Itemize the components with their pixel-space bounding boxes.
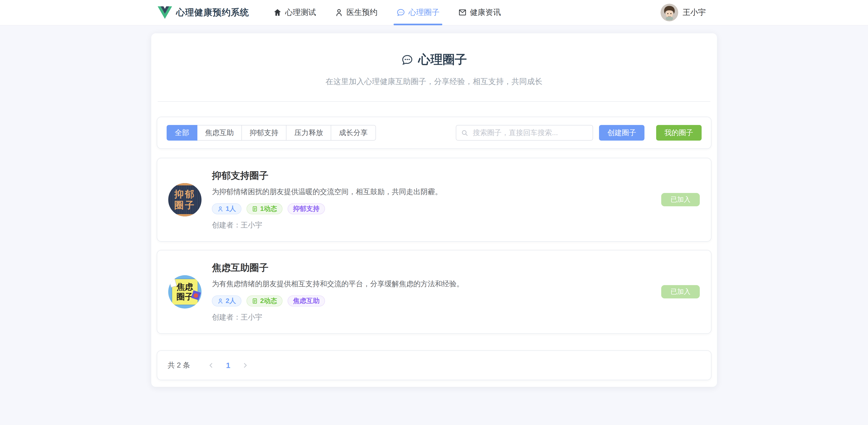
search-input[interactable] (472, 128, 588, 138)
app-title: 心理健康预约系统 (176, 7, 249, 18)
circle-badges: 2人 2动态 焦虑互助 (212, 295, 652, 307)
nav-label: 心理圈子 (408, 7, 439, 18)
members-badge: 1人 (212, 203, 242, 214)
creator-label: 创建者：王小宇 (212, 220, 652, 230)
tab-depression[interactable]: 抑郁支持 (242, 125, 287, 141)
mail-icon (458, 8, 467, 17)
posts-count: 1动态 (260, 204, 277, 214)
circle-avatar-depression: 抑郁 圈子 (168, 183, 202, 217)
posts-badge: 2动态 (247, 295, 283, 307)
members-badge: 2人 (212, 295, 242, 307)
user-menu[interactable]: 王小宇 (660, 4, 706, 21)
circle-name: 抑郁支持圈子 (212, 169, 652, 182)
posts-badge: 1动态 (247, 203, 283, 214)
pager: 1 (205, 361, 252, 370)
chat-bubble-icon (396, 8, 405, 17)
circle-info: 抑郁支持圈子 为抑郁情绪困扰的朋友提供温暖的交流空间，相互鼓励，共同走出阴霾。 … (212, 169, 652, 230)
members-icon (217, 298, 223, 304)
avatar-text-line2: 圈子 (174, 200, 195, 211)
avatar-text-line2: 圈子 (177, 292, 193, 302)
toolbar-actions: 创建圈子 我的圈子 (456, 125, 702, 141)
chevron-left-icon (208, 362, 214, 369)
search-box (456, 125, 593, 141)
circles-page-card: 心理圈子 在这里加入心理健康互助圈子，分享经验，相互支持，共同成长 全部 焦虑互… (151, 33, 717, 387)
nav-item-health-news[interactable]: 健康资讯 (457, 0, 502, 25)
nav-item-psych-test[interactable]: 心理测试 (272, 0, 317, 25)
user-avatar (660, 4, 678, 21)
circle-avatar-anxiety: 焦虑 圈子 (168, 275, 202, 309)
tab-stress[interactable]: 压力释放 (286, 125, 331, 141)
home-icon (273, 8, 282, 17)
creator-label: 创建者：王小宇 (212, 312, 652, 322)
members-count: 2人 (226, 296, 236, 306)
circle-description: 为有焦虑情绪的朋友提供相互支持和交流的平台，分享缓解焦虑的方法和经验。 (212, 279, 652, 289)
pagination-bar: 共 2 条 1 (157, 350, 711, 380)
avatar-text-line1: 焦虑 (177, 282, 193, 292)
my-circles-button[interactable]: 我的圈子 (656, 125, 702, 141)
tab-anxiety[interactable]: 焦虑互助 (197, 125, 242, 141)
create-circle-button[interactable]: 创建圈子 (599, 125, 645, 141)
category-tag: 抑郁支持 (287, 203, 325, 214)
posts-icon (252, 298, 258, 304)
main-content: 心理圈子 在这里加入心理健康互助圈子，分享经验，相互支持，共同成长 全部 焦虑互… (0, 33, 868, 387)
circle-card-anxiety[interactable]: 焦虑 圈子 焦虑互助圈子 为有焦虑情绪的朋友提供相互支持和交流的平台，分享缓解焦… (157, 250, 711, 334)
joined-button[interactable]: 已加入 (661, 285, 700, 299)
nav-item-doctor-booking[interactable]: 医生预约 (334, 0, 378, 25)
avatar-text-line1: 抑郁 (174, 189, 195, 200)
nav-label: 健康资讯 (470, 7, 501, 18)
search-icon (461, 129, 468, 137)
nav-label: 医生预约 (346, 7, 377, 18)
user-name: 王小宇 (683, 7, 706, 18)
top-navbar: 心理健康预约系统 心理测试 医生预约 心理圈子 健康资讯 (0, 0, 868, 26)
category-tag: 焦虑互助 (287, 295, 325, 307)
page-title: 心理圈子 (151, 52, 717, 68)
page-header: 心理圈子 在这里加入心理健康互助圈子，分享经验，相互支持，共同成长 (151, 33, 717, 101)
chat-bubble-title-icon (401, 54, 413, 66)
prev-page-button[interactable] (205, 362, 218, 369)
current-page[interactable]: 1 (226, 361, 230, 370)
circle-name: 焦虑互助圈子 (212, 261, 652, 274)
vue-logo-icon (158, 6, 172, 19)
circle-description: 为抑郁情绪困扰的朋友提供温暖的交流空间，相互鼓励，共同走出阴霾。 (212, 187, 652, 197)
posts-count: 2动态 (260, 296, 277, 306)
joined-button[interactable]: 已加入 (661, 193, 700, 206)
page-title-text: 心理圈子 (418, 52, 467, 68)
brand: 心理健康预约系统 (158, 6, 249, 19)
circle-info: 焦虑互助圈子 为有焦虑情绪的朋友提供相互支持和交流的平台，分享缓解焦虑的方法和经… (212, 261, 652, 322)
category-tabs: 全部 焦虑互助 抑郁支持 压力释放 成长分享 (166, 125, 376, 141)
filter-toolbar: 全部 焦虑互助 抑郁支持 压力释放 成长分享 创建圈子 我的圈子 (157, 117, 711, 149)
page-subtitle: 在这里加入心理健康互助圈子，分享经验，相互支持，共同成长 (151, 76, 717, 87)
circle-badges: 1人 1动态 抑郁支持 (212, 203, 652, 214)
circle-card-depression[interactable]: 抑郁 圈子 抑郁支持圈子 为抑郁情绪困扰的朋友提供温暖的交流空间，相互鼓励，共同… (157, 158, 711, 242)
chevron-right-icon (242, 362, 249, 369)
tab-growth[interactable]: 成长分享 (331, 125, 376, 141)
posts-icon (252, 206, 258, 212)
main-nav: 心理测试 医生预约 心理圈子 健康资讯 (272, 0, 519, 25)
members-icon (217, 206, 223, 212)
header-divider (158, 101, 710, 102)
next-page-button[interactable] (239, 362, 252, 369)
total-count-label: 共 2 条 (167, 361, 190, 370)
nav-item-psych-circles[interactable]: 心理圈子 (395, 0, 441, 25)
user-icon (335, 8, 343, 17)
members-count: 1人 (226, 204, 236, 214)
nav-label: 心理测试 (285, 7, 316, 18)
tab-all[interactable]: 全部 (166, 125, 197, 141)
